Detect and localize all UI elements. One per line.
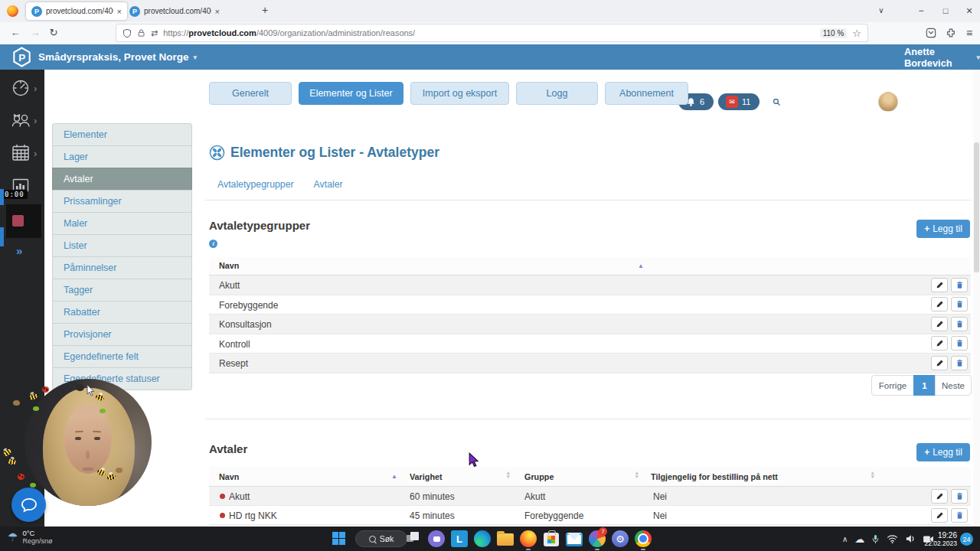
weather-widget[interactable]: ☂ 0°C Regn/snø: [8, 529, 52, 545]
tab-generelt[interactable]: Generelt: [209, 82, 292, 105]
sidebar-item-rabatter[interactable]: Rabatter: [52, 301, 192, 324]
back-button[interactable]: ←: [6, 22, 24, 44]
firefox-taskbar-icon[interactable]: [520, 530, 537, 547]
tab-import-og-eksport[interactable]: Import og eksport: [410, 82, 509, 105]
sort-icon[interactable]: ▴▾: [507, 471, 510, 478]
delete-button[interactable]: [951, 297, 968, 311]
tracking-shield-icon[interactable]: [122, 28, 132, 38]
window-maximize-button[interactable]: □: [934, 0, 957, 22]
user-menu[interactable]: Anette Bordevich ▾: [904, 44, 980, 70]
forward-button[interactable]: →: [26, 22, 44, 44]
tab-abonnement[interactable]: Abonnement: [605, 82, 688, 105]
chat-app-icon[interactable]: [428, 530, 445, 547]
taskbar-clock[interactable]: 19:26 22.02.2023: [923, 531, 957, 547]
column-varighet[interactable]: Varighet: [410, 472, 443, 481]
sidebar-item-lager[interactable]: Lager: [52, 145, 192, 168]
scrollbar-thumb[interactable]: [974, 142, 979, 272]
l-app-icon[interactable]: L: [451, 530, 468, 547]
user-avatar[interactable]: [878, 92, 898, 112]
bookmark-star-icon[interactable]: ☆: [852, 28, 861, 39]
url-bar[interactable]: ⇄ https://provetcloud.com/4009/organizat…: [116, 24, 867, 41]
mail-app-icon[interactable]: [566, 530, 583, 547]
tab-elementer-og-lister[interactable]: Elementer og Lister: [299, 82, 403, 105]
pagination-prev[interactable]: Forrige: [871, 375, 914, 396]
clinic-selector[interactable]: Smådyrspraksis, Provet Norge ▾: [38, 44, 197, 70]
delete-button[interactable]: [951, 336, 968, 350]
info-icon[interactable]: i: [209, 240, 217, 248]
edit-button[interactable]: [931, 317, 948, 331]
list-tabs-button[interactable]: ∨: [871, 0, 891, 22]
chrome-icon[interactable]: [635, 530, 652, 547]
delete-button[interactable]: [951, 278, 968, 292]
expand-sidebar-icon[interactable]: »: [16, 244, 22, 257]
browser-tab-2[interactable]: P provetcloud.com/4009/organiz ×: [124, 2, 225, 20]
lock-icon[interactable]: [137, 28, 145, 37]
edit-button[interactable]: [931, 356, 948, 370]
sidebar-item-avtaler[interactable]: Avtaler: [52, 168, 192, 191]
edit-button[interactable]: [931, 297, 948, 311]
file-explorer-icon[interactable]: [497, 530, 514, 547]
onedrive-cloud-icon[interactable]: ☁: [854, 533, 864, 545]
browser-tab-active[interactable]: P provetcloud.com/4009/organiz ×: [26, 2, 127, 20]
sidebar-item-prissamlinger[interactable]: Prissamlinger: [52, 190, 192, 213]
sidebar-item-elementer[interactable]: Elementer: [52, 123, 192, 146]
delete-button[interactable]: [951, 489, 968, 504]
edit-button[interactable]: [931, 278, 948, 292]
page-scrollbar[interactable]: [973, 70, 980, 527]
zoom-level-badge[interactable]: 110 %: [820, 28, 848, 38]
dashboard-gauge-icon[interactable]: [11, 78, 31, 98]
calendar-icon[interactable]: [11, 143, 31, 163]
microphone-icon[interactable]: [871, 533, 880, 545]
messages-button[interactable]: ✉ 11: [718, 93, 760, 110]
pagination-page-1[interactable]: 1: [913, 375, 936, 396]
permissions-icon[interactable]: ⇄: [151, 28, 158, 38]
edit-button[interactable]: [931, 489, 948, 504]
settings-app-icon[interactable]: ⚙: [612, 530, 629, 547]
edit-button[interactable]: [931, 508, 948, 523]
speaker-icon[interactable]: [905, 534, 916, 543]
notification-center-badge[interactable]: 24: [960, 533, 973, 546]
task-view-icon[interactable]: [405, 530, 422, 547]
sort-icon[interactable]: ▴▾: [871, 471, 874, 478]
add-group-button[interactable]: +Legg til: [916, 220, 970, 238]
sort-icon[interactable]: ▴▾: [635, 471, 639, 478]
delete-button[interactable]: [951, 317, 968, 331]
delete-button[interactable]: [951, 356, 968, 370]
sidebar-item-maler[interactable]: Maler: [52, 212, 192, 235]
sidebar-item-paminnelser[interactable]: Påminnelser: [52, 256, 192, 279]
new-tab-button[interactable]: +: [257, 0, 273, 22]
column-navn[interactable]: Navn: [219, 261, 239, 270]
stop-recording-button[interactable]: [12, 215, 24, 227]
window-minimize-button[interactable]: −: [910, 0, 933, 22]
sidebar-item-provisjoner[interactable]: Provisjoner: [52, 323, 192, 346]
start-button[interactable]: [332, 532, 345, 545]
chat-bubble-button[interactable]: [11, 487, 46, 522]
link-avtaler[interactable]: Avtaler: [314, 179, 343, 190]
global-search-input[interactable]: [766, 93, 870, 110]
sort-asc-icon[interactable]: ▲: [638, 262, 644, 269]
window-close-button[interactable]: ×: [959, 0, 980, 22]
tab-close-icon[interactable]: ×: [215, 7, 220, 16]
sidebar-item-tagger[interactable]: Tagger: [52, 279, 192, 302]
column-navn[interactable]: Navn: [219, 472, 239, 481]
column-tilgjengelig[interactable]: Tilgjengelig for bestilling på nett: [651, 472, 778, 481]
ms-store-icon[interactable]: [543, 530, 560, 547]
sidebar-item-egendefinerte-felt[interactable]: Egendefinerte felt: [52, 345, 192, 368]
sidebar-item-lister[interactable]: Lister: [52, 234, 192, 257]
delete-button[interactable]: [951, 508, 968, 523]
reload-button[interactable]: ↻: [44, 22, 63, 44]
add-avtale-button[interactable]: +Legg til: [916, 443, 970, 461]
pocket-icon[interactable]: [922, 22, 940, 44]
sort-asc-icon[interactable]: ▲: [391, 473, 397, 480]
menu-hamburger-icon[interactable]: ≡: [960, 22, 978, 44]
extensions-puzzle-icon[interactable]: [942, 22, 960, 44]
edit-button[interactable]: [931, 336, 948, 350]
edge-icon[interactable]: [474, 530, 491, 547]
taskbar-search[interactable]: Søk: [355, 530, 407, 547]
wifi-icon[interactable]: [887, 534, 898, 543]
tab-logg[interactable]: Logg: [516, 82, 598, 105]
tab-close-icon[interactable]: ×: [117, 7, 122, 16]
link-avtaletypegrupper[interactable]: Avtaletypegrupper: [217, 179, 294, 190]
pagination-next[interactable]: Neste: [935, 375, 972, 396]
tray-expand-icon[interactable]: ∧: [842, 535, 848, 543]
